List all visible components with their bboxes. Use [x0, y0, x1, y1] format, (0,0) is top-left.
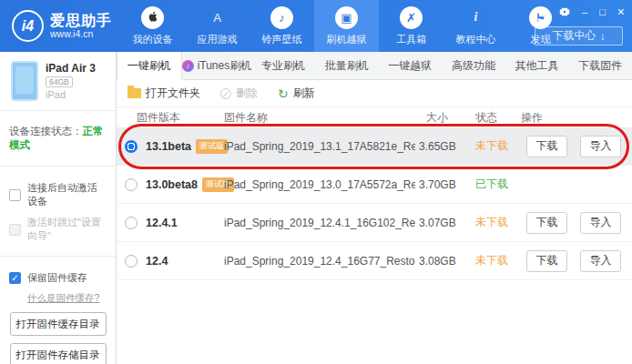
col-status: 状态: [475, 110, 521, 126]
row-radio[interactable]: [125, 255, 138, 268]
nav-label: 教程中心: [456, 33, 496, 46]
device-model: iPad: [46, 89, 96, 100]
device-name: iPad Air 3: [46, 62, 96, 75]
delete-button[interactable]: 删除: [220, 86, 258, 101]
firmware-version: 12.4: [146, 255, 168, 268]
firmware-table: 13.1beta 测试版 iPad_Spring_2019_13.1_17A58…: [117, 127, 632, 280]
option-row[interactable]: 激活时跳过"设置向导": [9, 216, 107, 243]
tab-label: 一键越狱: [388, 58, 432, 74]
row-radio[interactable]: [125, 140, 138, 153]
nav-item[interactable]: 我的设备: [120, 0, 185, 52]
tab[interactable]: ♪ iTunes刷机: [182, 52, 252, 80]
minimize-icon[interactable]: –: [582, 6, 587, 17]
firmware-size: 3.65GB: [415, 140, 475, 153]
app-window: i4 爱思助手 www.i4.cn 我的设备: [0, 0, 632, 364]
tab[interactable]: 其他工具: [505, 52, 569, 80]
nav-item[interactable]: i 教程中心: [443, 0, 508, 52]
tab-label: iTunes刷机: [198, 58, 252, 74]
firmware-filename: iPad_Spring_2019_12.4.1_16G102_Restore.i…: [224, 217, 415, 229]
status-badge: 未下载: [475, 215, 521, 230]
firmware-filename: iPad_Spring_2019_13.0_17A5572a_Restore.i…: [224, 178, 415, 191]
settings-gear-icon[interactable]: [559, 6, 570, 17]
tab[interactable]: 一键刷机: [117, 52, 182, 80]
firmware-version: 13.1beta: [146, 140, 191, 153]
tab-label: 批量刷机: [325, 58, 369, 74]
toolbar: 打开文件夹 删除 ↻ 刷新: [117, 80, 632, 106]
refresh-icon: ↻: [278, 88, 289, 99]
col-firmware-name: 固件名称: [224, 110, 415, 126]
keep-cache-option[interactable]: 保留固件缓存: [9, 271, 107, 285]
firmware-cache-section: 保留固件缓存 什么是固件缓存? 打开固件缓存目录 打开固件存储目录: [0, 257, 116, 364]
status-badge: 未下载: [475, 253, 521, 268]
tutorial-icon: i: [464, 6, 487, 29]
what-is-cache-link[interactable]: 什么是固件缓存?: [27, 292, 107, 305]
col-size: 大小: [415, 110, 475, 126]
nav-label: 铃声壁纸: [262, 33, 302, 46]
maximize-icon[interactable]: □: [599, 6, 606, 17]
tab-label: 高级功能: [452, 58, 495, 74]
col-actions: 操作: [521, 110, 632, 126]
row-actions: 下载 导入: [521, 212, 632, 234]
firmware-version: 12.4.1: [146, 217, 178, 229]
table-row[interactable]: 13.1beta 测试版 iPad_Spring_2019_13.1_17A58…: [117, 127, 632, 166]
open-folder-button[interactable]: 打开文件夹: [127, 86, 200, 101]
import-button[interactable]: 导入: [580, 250, 621, 272]
ringtone-icon: ♪: [270, 6, 293, 29]
brand-name: 爱思助手: [50, 13, 112, 29]
download-button[interactable]: 下载: [526, 212, 567, 234]
table-row[interactable]: 12.4 iPad_Spring_2019_12.4_16G77_Restore…: [117, 242, 632, 280]
open-directory-button[interactable]: 打开固件缓存目录: [10, 312, 107, 336]
main-nav: 我的设备 A 应用游戏 ♪ 铃声壁纸: [120, 0, 573, 52]
tab[interactable]: 专业刷机: [251, 52, 315, 80]
ipad-device-icon: [11, 61, 38, 101]
skin-icon[interactable]: [535, 6, 547, 17]
option-label: 激活时跳过"设置向导": [27, 216, 107, 243]
import-button[interactable]: 导入: [580, 212, 621, 234]
row-radio[interactable]: [125, 217, 138, 229]
option-label: 保留固件缓存: [27, 271, 87, 285]
close-icon[interactable]: ×: [617, 6, 625, 17]
row-actions: 下载 导入: [521, 250, 632, 272]
checkbox[interactable]: [9, 272, 21, 284]
nav-item[interactable]: A 应用游戏: [185, 0, 250, 52]
checkbox[interactable]: [9, 224, 21, 236]
download-button[interactable]: 下载: [526, 136, 567, 157]
checkbox[interactable]: [9, 189, 21, 201]
table-row[interactable]: 12.4.1 iPad_Spring_2019_12.4.1_16G102_Re…: [117, 204, 632, 242]
tab-label: 专业刷机: [261, 58, 305, 74]
sidebar: iPad Air 3 64GB iPad 设备连接状态：正常模式 连接后自动激活…: [0, 52, 117, 364]
nav-item[interactable]: ✗ 工具箱: [379, 0, 443, 52]
folder-icon: [127, 88, 141, 98]
nav-item[interactable]: ♪ 铃声壁纸: [250, 0, 314, 52]
import-button[interactable]: 导入: [580, 136, 621, 157]
toolbox-icon: ✗: [400, 6, 423, 29]
tab[interactable]: 批量刷机: [315, 52, 379, 80]
flash-jailbreak-icon: ▣: [335, 6, 358, 29]
download-arrow-icon: ↓: [600, 30, 606, 43]
tab[interactable]: 一键越狱: [378, 52, 442, 80]
nav-label: 工具箱: [396, 33, 426, 46]
apple-icon: [141, 6, 164, 29]
apple-icon: [147, 10, 159, 25]
firmware-filename: iPad_Spring_2019_13.1_17A5821e_Restore.i…: [224, 140, 415, 153]
table-header: 固件版本 固件名称 大小 状态 操作: [117, 106, 632, 127]
tab-label: 一键刷机: [127, 58, 171, 74]
window-controls: – □ ×: [535, 6, 625, 17]
tab[interactable]: 高级功能: [442, 52, 505, 80]
firmware-size: 3.08GB: [415, 255, 475, 268]
connection-status: 设备连接状态：正常模式: [0, 111, 116, 167]
download-button[interactable]: 下载: [526, 250, 567, 272]
tab[interactable]: 下载固件: [568, 52, 632, 80]
row-radio[interactable]: [125, 178, 138, 191]
itunes-icon: ♪: [182, 60, 194, 72]
download-center-button[interactable]: 下载中心↓: [535, 26, 623, 46]
open-directory-button[interactable]: 打开固件存储目录: [10, 343, 107, 364]
status-badge: 未下载: [475, 138, 521, 154]
refresh-button[interactable]: ↻ 刷新: [278, 86, 315, 101]
tab-label: 其他工具: [515, 58, 559, 74]
activation-options: 连接后自动激活设备 激活时跳过"设置向导": [0, 167, 116, 257]
nav-item[interactable]: ▣ 刷机越狱: [314, 0, 379, 52]
table-row[interactable]: 13.0beta8 测试版 iPad_Spring_2019_13.0_17A5…: [117, 166, 632, 204]
option-row[interactable]: 连接后自动激活设备: [9, 181, 107, 208]
device-info: iPad Air 3 64GB iPad: [0, 52, 116, 111]
